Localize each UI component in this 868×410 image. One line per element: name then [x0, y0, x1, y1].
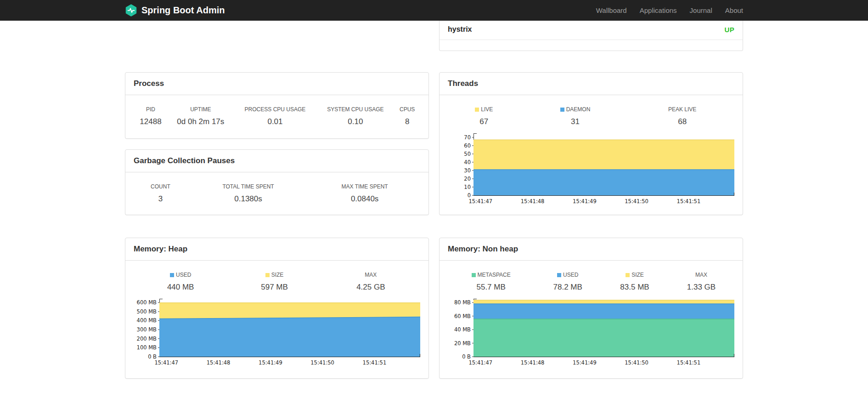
legend-size: SIZE 597 MB [227, 266, 321, 293]
svg-text:15:41:47: 15:41:47 [468, 359, 492, 366]
stat-value: 0d 0h 2m 17s [170, 117, 231, 127]
svg-text:15:41:50: 15:41:50 [625, 359, 648, 366]
svg-text:20 MB: 20 MB [454, 340, 471, 347]
navbar-inner: Spring Boot Admin Wallboard Applications… [125, 0, 743, 21]
stat-label: MAX TIME SPENT [312, 183, 417, 190]
stat-label: CPUS [397, 106, 417, 113]
legend-live: LIVE 67 [448, 101, 520, 128]
legend-value: 78.2 MB [537, 282, 598, 292]
svg-text:80 MB: 80 MB [454, 299, 471, 306]
legend-daemon: DAEMON 31 [520, 101, 631, 128]
legend-swatch-metaspace [472, 273, 476, 277]
svg-text:40 MB: 40 MB [454, 326, 471, 333]
legend-used: USED 78.2 MB [534, 266, 601, 293]
stat-pid: PID 12488 [134, 101, 168, 128]
left-column-spacer [125, 21, 429, 51]
svg-text:500 MB: 500 MB [137, 308, 157, 315]
threads-chart: 01020304050607015:41:4715:41:4815:41:491… [448, 131, 734, 206]
svg-text:15:41:51: 15:41:51 [677, 359, 701, 366]
stat-value: 8 [397, 117, 417, 127]
nonheap-chart-svg: 0 B20 MB40 MB60 MB80 MB15:41:4715:41:481… [448, 297, 735, 368]
svg-text:20: 20 [464, 176, 471, 182]
svg-text:15:41:47: 15:41:47 [468, 198, 492, 205]
legend-max: MAX 1.33 GB [668, 266, 734, 293]
process-stats: PID 12488 UPTIME 0d 0h 2m 17s PROCESS CP… [134, 101, 420, 128]
legend-label: PEAK LIVE [633, 106, 732, 113]
svg-text:15:41:47: 15:41:47 [154, 359, 178, 366]
svg-text:300 MB: 300 MB [137, 326, 157, 333]
svg-text:15:41:51: 15:41:51 [677, 198, 701, 205]
brand-logo-icon [125, 4, 137, 17]
navbar: Spring Boot Admin Wallboard Applications… [0, 0, 868, 21]
legend-value: 67 [451, 117, 518, 127]
gc-stats: COUNT 3 TOTAL TIME SPENT 0.1380s MAX TIM… [134, 178, 420, 205]
stat-label: SYSTEM CPU USAGE [319, 106, 391, 113]
legend-value: 1.33 GB [671, 282, 732, 292]
legend-used: USED 440 MB [134, 266, 227, 293]
legend-label: USED [136, 272, 225, 278]
legend-swatch-daemon [560, 108, 564, 112]
stat-gc-total-time: TOTAL TIME SPENT 0.1380s [187, 178, 309, 205]
memory-heap-panel-title: Memory: Heap [125, 238, 428, 261]
memory-nonheap-panel: Memory: Non heap METASPACE 55.7 MB USED … [439, 238, 743, 379]
svg-text:15:41:49: 15:41:49 [573, 359, 597, 366]
legend-value: 4.25 GB [324, 282, 417, 292]
legend-metaspace: METASPACE 55.7 MB [448, 266, 534, 293]
gc-panel-title: Garbage Collection Pauses [125, 150, 428, 172]
stat-value: 0.10 [319, 117, 391, 127]
svg-text:70: 70 [464, 134, 471, 141]
heap-chart-svg: 0 B100 MB200 MB300 MB400 MB500 MB600 MB1… [134, 297, 421, 368]
stat-uptime: UPTIME 0d 0h 2m 17s [168, 101, 234, 128]
legend-max: MAX 4.25 GB [321, 266, 420, 293]
threads-panel-title: Threads [440, 73, 743, 95]
svg-text:0: 0 [468, 192, 471, 199]
legend-label: SIZE [604, 272, 665, 278]
stat-value: 3 [136, 194, 185, 204]
brand-link[interactable]: Spring Boot Admin [125, 4, 225, 17]
nav-links: Wallboard Applications Journal About [590, 0, 743, 21]
svg-text:15:41:48: 15:41:48 [207, 359, 231, 366]
legend-value: 55.7 MB [451, 282, 531, 292]
stat-system-cpu-usage: SYSTEM CPU USAGE 0.10 [316, 101, 394, 128]
svg-text:100 MB: 100 MB [137, 344, 157, 351]
legend-swatch-live [475, 108, 479, 112]
memory-nonheap-panel-title: Memory: Non heap [440, 238, 743, 261]
stat-value: 0.01 [237, 117, 314, 127]
stat-gc-count: COUNT 3 [134, 178, 187, 205]
nav-item-wallboard[interactable]: Wallboard [590, 0, 633, 21]
memory-heap-chart: 0 B100 MB200 MB300 MB400 MB500 MB600 MB1… [134, 297, 420, 368]
legend-label: SIZE [230, 272, 318, 278]
legend-swatch-size [265, 273, 270, 277]
stat-label: PROCESS CPU USAGE [237, 106, 314, 113]
stat-label: COUNT [136, 183, 185, 190]
svg-text:10: 10 [464, 184, 471, 190]
memory-nonheap-chart: 0 B20 MB40 MB60 MB80 MB15:41:4715:41:481… [448, 297, 734, 368]
nav-item-about[interactable]: About [719, 0, 743, 21]
svg-text:15:41:50: 15:41:50 [625, 198, 648, 205]
legend-swatch-size [626, 273, 630, 277]
gc-panel: Garbage Collection Pauses COUNT 3 TOTAL … [125, 149, 429, 215]
legend-value: 83.5 MB [604, 282, 665, 292]
stat-cpus: CPUS 8 [394, 101, 420, 128]
legend-value: 68 [633, 117, 732, 127]
legend-swatch-used [557, 273, 561, 277]
health-panel-spacer [440, 40, 743, 51]
legend-value: 440 MB [136, 282, 225, 292]
legend-size: SIZE 83.5 MB [601, 266, 668, 293]
stat-value: 0.0840s [312, 194, 417, 204]
stat-label: TOTAL TIME SPENT [190, 183, 306, 190]
health-service-name: hystrix [448, 25, 472, 34]
svg-text:0 B: 0 B [148, 353, 157, 360]
legend-label: DAEMON [523, 106, 628, 113]
nav-item-journal[interactable]: Journal [683, 0, 719, 21]
stat-gc-max-time: MAX TIME SPENT 0.0840s [309, 178, 420, 205]
svg-text:15:41:51: 15:41:51 [363, 359, 387, 366]
stat-value: 12488 [136, 117, 165, 127]
legend-label: USED [537, 272, 598, 278]
nav-item-applications[interactable]: Applications [633, 0, 683, 21]
svg-text:15:41:49: 15:41:49 [259, 359, 282, 366]
process-panel-title: Process [125, 73, 428, 95]
legend-value: 597 MB [230, 282, 318, 292]
memory-heap-legend: USED 440 MB SIZE 597 MB MAX 4.25 GB [134, 266, 420, 293]
threads-legend: LIVE 67 DAEMON 31 PEAK LIVE 68 [448, 101, 734, 128]
